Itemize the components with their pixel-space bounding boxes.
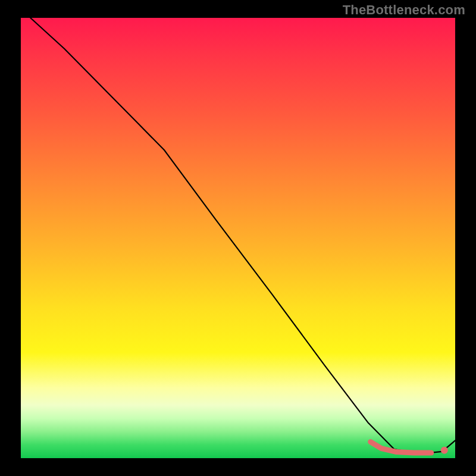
chart-frame: TheBottleneck.com: [0, 0, 476, 476]
watermark-text: TheBottleneck.com: [343, 2, 465, 18]
optimal-region-track: [371, 442, 431, 453]
plot-area: [21, 18, 455, 458]
bottleneck-curve: [21, 9, 455, 453]
plot-svg: [21, 18, 455, 458]
optimal-region-dot: [441, 447, 448, 454]
